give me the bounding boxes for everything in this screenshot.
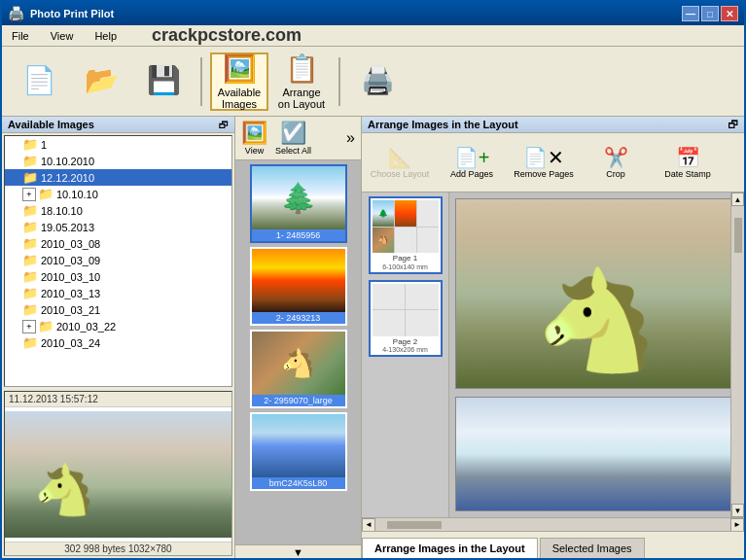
tree-item-1[interactable]: 📁 1 <box>5 136 231 153</box>
arrange-content: 🌲 🐴 Page 1 6-100x140 mm <box>362 192 744 517</box>
print-button[interactable]: 🖨️ <box>348 52 407 111</box>
arrange-toolbar: 📐 Choose Layout 📄+ Add Pages 📄✕ Remove P… <box>362 133 744 192</box>
left-panel-header: Available Images 🗗 <box>2 117 234 133</box>
crop-button[interactable]: ✂️ Crop <box>582 137 650 188</box>
preview-info: 302 998 bytes 1032×780 <box>5 542 231 555</box>
thumb-img-2 <box>252 249 345 312</box>
page2-subtitle: 4-130x206 mm <box>373 346 439 353</box>
layout-page-1[interactable]: 🌲 🐴 Page 1 6-100x140 mm <box>369 196 443 274</box>
page1-title: Page 1 <box>373 254 439 263</box>
crop-icon: ✂️ <box>604 146 628 169</box>
open-button[interactable]: 📂 <box>72 52 130 111</box>
file-tree[interactable]: 📁 1 📁 10.10.2010 📁 12.12.2010 + 📁 <box>4 135 232 387</box>
date-stamp-button[interactable]: 📅 Date Stamp <box>654 137 722 188</box>
tree-label: 2010_03_22 <box>56 321 116 332</box>
tree-item-12122010[interactable]: 📁 12.12.2010 <box>5 169 231 186</box>
tree-icon: 🌲 <box>280 181 316 215</box>
select-all-button[interactable]: ☑️ Select All <box>275 121 311 156</box>
layout-strip[interactable]: 🌲 🐴 Page 1 6-100x140 mm <box>362 192 449 517</box>
tree-label: 10.10.10 <box>56 189 98 200</box>
right-panel-restore[interactable]: 🗗 <box>728 119 738 130</box>
scroll-right-button[interactable]: ► <box>730 518 744 532</box>
tree-item-19052013[interactable]: 📁 19.05.2013 <box>5 219 231 235</box>
grid-cell <box>373 284 406 310</box>
add-pages-button[interactable]: 📄+ Add Pages <box>438 137 506 188</box>
new-icon: 📄 <box>22 64 56 96</box>
thumbnail-item-1[interactable]: 🌲 1- 2485956 <box>250 164 347 243</box>
main-content: Available Images 🗗 📁 1 📁 10.10.2010 📁 <box>2 117 744 558</box>
tree-item-2010-03-22[interactable]: + 📁 2010_03_22 <box>5 318 231 334</box>
tree-label: 12.12.2010 <box>41 172 94 184</box>
available-images-button[interactable]: 🖼️ Available Images <box>210 52 268 111</box>
left-panel-restore[interactable]: 🗗 <box>219 120 229 130</box>
tree-item-2010-03-08[interactable]: 📁 2010_03_08 <box>5 235 231 252</box>
page2-title: Page 2 <box>373 337 439 347</box>
main-view[interactable]: 🐴 ▲ ▼ <box>449 192 744 517</box>
menu-help[interactable]: Help <box>89 28 123 44</box>
main-scrollbar-v[interactable]: ▲ ▼ <box>730 192 744 517</box>
grid-cell <box>395 200 416 227</box>
scroll-up-button[interactable]: ▲ <box>731 192 744 206</box>
folder-icon: 📁 <box>22 220 38 234</box>
menu-file[interactable]: File <box>6 28 35 44</box>
tree-item-2010-03-24[interactable]: 📁 2010_03_24 <box>5 334 231 351</box>
crop-label: Crop <box>606 169 625 179</box>
add-pages-icon: 📄+ <box>454 146 490 169</box>
choose-layout-button[interactable]: 📐 Choose Layout <box>366 137 434 188</box>
thumb-img-1: 🌲 <box>252 166 345 229</box>
scroll-thumb[interactable] <box>732 216 744 255</box>
watermark-text: crackpcstore.com <box>152 25 302 46</box>
tree-label: 10.10.2010 <box>41 156 94 167</box>
preview-image-container: 🐴 <box>5 411 231 538</box>
save-button[interactable]: 💾 <box>134 52 193 111</box>
arrange-layout-button[interactable]: 📋 Arrange on Layout <box>272 52 331 111</box>
folder-icon: 📁 <box>38 187 53 201</box>
close-button[interactable]: ✕ <box>721 6 738 21</box>
tree-item-2010-03-13[interactable]: 📁 2010_03_13 <box>5 285 231 301</box>
preview-timestamp: 11.12.2013 15:57:12 <box>5 392 231 407</box>
tree-item-2010-03-10[interactable]: 📁 2010_03_10 <box>5 268 231 285</box>
tree-item-2010-03-21[interactable]: 📁 2010_03_21 <box>5 301 231 318</box>
page1-subtitle: 6-100x140 mm <box>373 263 439 270</box>
tree-item-10102010[interactable]: 📁 10.10.2010 <box>5 153 231 169</box>
titlebar: 🖨️ Photo Print Pilot — □ ✕ <box>2 2 744 25</box>
thumbnail-item-3[interactable]: 🐴 2- 2959070_large <box>250 330 347 408</box>
menu-view[interactable]: View <box>45 28 80 44</box>
tree-item-181010[interactable]: 📁 18.10.10 <box>5 202 231 219</box>
scroll-left-button[interactable]: ◄ <box>362 518 375 532</box>
expand-icon[interactable]: + <box>22 188 36 201</box>
thumb-label-1: 1- 2485956 <box>252 229 345 241</box>
layout-page-2[interactable]: Page 2 4-130x206 mm <box>369 280 443 358</box>
remove-pages-button[interactable]: 📄✕ Remove Pages <box>510 137 578 188</box>
thumbnail-item-4[interactable]: bmC24K5sL80 <box>250 412 347 491</box>
grid-cell: 🐴 <box>373 228 394 254</box>
available-images-icon: 🖼️ <box>223 52 257 85</box>
tree-item-2010-03-09[interactable]: 📁 2010_03_09 <box>5 252 231 268</box>
choose-layout-label: Choose Layout <box>371 169 430 179</box>
save-icon: 💾 <box>147 64 181 96</box>
h-scrollbar[interactable]: ◄ ► <box>362 517 744 531</box>
tree-label: 2010_03_13 <box>41 288 100 299</box>
thumb-label-3: 2- 2959070_large <box>252 395 345 406</box>
thumb-arrow-right[interactable]: » <box>346 129 355 147</box>
maximize-button[interactable]: □ <box>701 6 719 21</box>
scroll-down-button[interactable]: ▼ <box>731 504 744 517</box>
thumb-scroll-down[interactable]: ▼ <box>235 544 361 558</box>
remove-pages-icon: 📄✕ <box>523 146 564 169</box>
view-button[interactable]: 🖼️ View <box>241 121 267 156</box>
arrange-layout-icon: 📋 <box>285 52 319 85</box>
scroll-track <box>731 206 744 504</box>
new-button[interactable]: 📄 <box>10 52 68 111</box>
expand-icon[interactable]: + <box>22 320 36 333</box>
bottom-tabs: Arrange Images in the Layout Selected Im… <box>362 531 744 558</box>
choose-layout-icon: 📐 <box>388 146 412 169</box>
right-panel-header: Arrange Images in the Layout 🗗 <box>362 117 744 133</box>
minimize-button[interactable]: — <box>682 6 699 21</box>
selected-images-tab[interactable]: Selected Images <box>540 538 645 558</box>
tree-item-101010[interactable]: + 📁 10.10.10 <box>5 186 231 202</box>
h-scroll-thumb[interactable] <box>385 519 444 531</box>
arrange-images-tab[interactable]: Arrange Images in the Layout <box>362 538 538 558</box>
folder-icon: 📁 <box>22 137 38 152</box>
thumbnail-list[interactable]: 🌲 1- 2485956 2- 2493213 🐴 2- 2959070_lar… <box>235 160 361 544</box>
thumbnail-item-2[interactable]: 2- 2493213 <box>250 247 347 326</box>
